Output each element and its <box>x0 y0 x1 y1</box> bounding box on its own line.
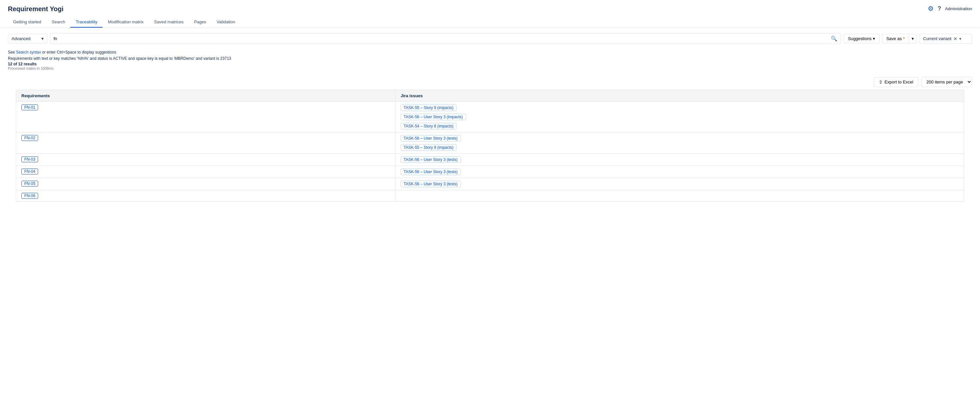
search-icon[interactable]: 🔍 <box>831 35 837 42</box>
tab-modification-matrix[interactable]: Modification matrix <box>103 17 148 28</box>
search-syntax-link[interactable]: Search syntax <box>16 50 41 54</box>
jira-tag[interactable]: TASK-55 – Story 9 (impacts) <box>401 144 457 151</box>
export-button[interactable]: ⇧ Export to Excel <box>874 77 918 87</box>
jira-tag[interactable]: TASK-55 – Story 9 (impacts) <box>401 105 457 111</box>
jira-tag[interactable]: TASK-56 – User Story 3 (impacts) <box>401 114 466 120</box>
save-as-label: Save as <box>886 36 902 41</box>
search-bar: Advanced ▾ 🔍 Suggestions ▾ Save as * ▾ C… <box>0 28 980 49</box>
req-tag[interactable]: FN-05 <box>21 181 38 187</box>
filter-chevron-icon: ▾ <box>41 36 44 41</box>
hint-text: or enter Ctrl+Space to display suggestio… <box>41 50 116 54</box>
search-input-wrap: 🔍 <box>50 33 841 44</box>
suggestions-button[interactable]: Suggestions ▾ <box>844 34 880 43</box>
jira-tag[interactable]: TASK-56 – User Story 3 (tests) <box>401 135 461 141</box>
tab-search[interactable]: Search <box>46 17 70 28</box>
jira-cell: TASK-56 – User Story 3 (tests) <box>395 154 964 166</box>
table-row: FN-03TASK-56 – User Story 3 (tests) <box>16 154 964 166</box>
req-tag[interactable]: FN-01 <box>21 105 38 110</box>
tab-validation[interactable]: Validation <box>211 17 240 28</box>
results-count: 12 of 12 results <box>8 62 972 66</box>
req-cell: FN-04 <box>16 166 395 178</box>
jira-cell: TASK-56 – User Story 3 (tests)TASK-55 – … <box>395 132 964 154</box>
table-row: FN-04TASK-56 – User Story 3 (tests) <box>16 166 964 178</box>
traceability-table: Requirements Jira issues FN-01TASK-55 – … <box>16 90 964 202</box>
gear-icon[interactable]: ⚙ <box>928 5 934 13</box>
jira-cell: TASK-56 – User Story 3 (tests) <box>395 178 964 190</box>
jira-cell: TASK-56 – User Story 3 (tests) <box>395 166 964 178</box>
export-icon: ⇧ <box>879 79 883 85</box>
tab-pages[interactable]: Pages <box>189 17 211 28</box>
req-tag[interactable]: FN-02 <box>21 135 38 141</box>
table-row: FN-06 <box>16 190 964 202</box>
help-icon[interactable]: ? <box>938 5 941 12</box>
search-description: Requirements with text or key matches '%… <box>8 56 972 62</box>
nav-tabs: Getting started Search Traceability Modi… <box>8 17 972 28</box>
col-jira-issues: Jira issues <box>395 90 964 102</box>
req-cell: FN-03 <box>16 154 395 166</box>
variant-select[interactable]: Current variant ✕ ▾ <box>920 34 972 44</box>
table-row: FN-02TASK-56 – User Story 3 (tests)TASK-… <box>16 132 964 154</box>
req-cell: FN-01 <box>16 102 395 132</box>
variant-label: Current variant <box>923 36 951 41</box>
jira-cell: TASK-55 – Story 9 (impacts)TASK-56 – Use… <box>395 102 964 132</box>
req-cell: FN-02 <box>16 132 395 154</box>
info-section: See Search syntax or enter Ctrl+Space to… <box>0 49 980 74</box>
save-as-group: Save as * ▾ <box>882 34 917 43</box>
req-tag[interactable]: FN-04 <box>21 168 38 175</box>
table-row: FN-05TASK-56 – User Story 3 (tests) <box>16 178 964 190</box>
table-row: FN-01TASK-55 – Story 9 (impacts)TASK-56 … <box>16 102 964 132</box>
col-requirements: Requirements <box>16 90 395 102</box>
save-as-dropdown-button[interactable]: ▾ <box>909 34 917 43</box>
suggestions-label: Suggestions <box>848 36 872 41</box>
admin-link[interactable]: Administration <box>945 6 972 11</box>
search-input[interactable] <box>54 36 831 41</box>
variant-chevron-icon: ▾ <box>959 37 961 41</box>
tab-traceability[interactable]: Traceability <box>70 17 103 28</box>
export-label: Export to Excel <box>885 79 913 84</box>
save-as-button[interactable]: Save as * <box>882 34 909 43</box>
req-cell: FN-05 <box>16 178 395 190</box>
table-toolbar: ⇧ Export to Excel 200 items per page <box>0 74 980 90</box>
req-tag[interactable]: FN-06 <box>21 193 38 199</box>
jira-tag[interactable]: TASK-56 – User Story 3 (tests) <box>401 156 461 163</box>
app-title: Requirement Yogi <box>8 5 64 13</box>
save-as-asterisk: * <box>903 36 905 41</box>
req-cell: FN-06 <box>16 190 395 202</box>
jira-tag[interactable]: TASK-56 – User Story 3 (tests) <box>401 181 461 187</box>
process-time: Processed matrix in 1008ms <box>8 66 972 70</box>
per-page-select[interactable]: 200 items per page <box>921 77 972 87</box>
jira-tag[interactable]: TASK-54 – Story 8 (impacts) <box>401 123 457 129</box>
suggestions-chevron-icon: ▾ <box>873 36 875 41</box>
tab-getting-started[interactable]: Getting started <box>8 17 46 28</box>
variant-clear-icon[interactable]: ✕ <box>953 36 957 41</box>
tab-saved-matrices[interactable]: Saved matrices <box>149 17 189 28</box>
jira-cell <box>395 190 964 202</box>
save-as-dropdown-chevron-icon: ▾ <box>912 36 914 41</box>
req-tag[interactable]: FN-03 <box>21 156 38 162</box>
jira-tag[interactable]: TASK-56 – User Story 3 (tests) <box>401 168 461 175</box>
filter-label: Advanced <box>11 36 30 41</box>
filter-select[interactable]: Advanced ▾ <box>8 34 47 43</box>
